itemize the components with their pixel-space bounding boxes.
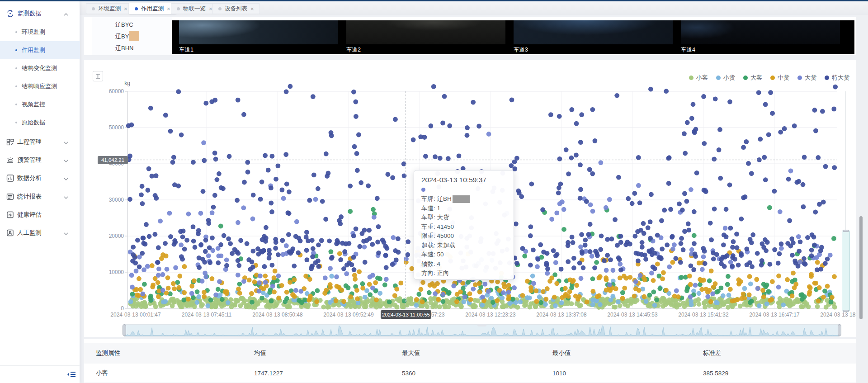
vehicle-plate: 辽BYC [115, 21, 133, 29]
lane-label: 车道2 [346, 46, 361, 54]
y-axis-label: 30000 [84, 197, 124, 203]
axis-pointer-badge: 2024-03-13 11:00:55 [381, 310, 431, 319]
datazoom-right-handle[interactable] [838, 324, 841, 336]
sidebar-item-structure-change-monitor[interactable]: 结构变化监测 [0, 59, 80, 77]
sidebar-item-structure-response-monitor[interactable]: 结构响应监测 [0, 77, 80, 95]
lane-1-video[interactable] [179, 20, 338, 44]
lane-label: 车道1 [179, 46, 193, 54]
legend-dot-icon [716, 76, 721, 80]
close-icon[interactable]: × [124, 6, 127, 12]
tooltip-row: 车牌辽BH [421, 194, 506, 204]
tab-status-dot [218, 7, 222, 10]
legend-item[interactable]: 特大货 [825, 74, 849, 82]
datazoom-left-handle[interactable] [123, 324, 126, 336]
sidebar-item-action-monitor[interactable]: 作用监测 [0, 41, 80, 59]
datazoom-horizontal-slider[interactable] [124, 324, 840, 337]
tab-label: 物联一览 [183, 5, 206, 13]
bullet-icon [15, 104, 17, 105]
chevron-down-icon [64, 174, 68, 182]
x-axis-label: 2024-03-13 13:37:08 [536, 312, 586, 318]
toolbox-icon[interactable] [93, 71, 103, 81]
x-axis-label: 2024-03-13 16:47:17 [749, 312, 799, 318]
vehicle-list-item[interactable]: 辽BHN [92, 43, 172, 54]
data-analysis-icon [6, 175, 14, 182]
monitor-data-icon [6, 10, 14, 18]
table-cell: 小客 [96, 369, 108, 377]
column-header: 最小值 [552, 349, 571, 357]
tooltip-row: 车型大货 [421, 213, 506, 222]
close-icon[interactable]: × [250, 6, 254, 12]
sidebar-item-raw-data[interactable]: 原始数据 [0, 113, 80, 132]
close-icon[interactable]: × [167, 6, 170, 12]
lane-3-video[interactable] [514, 20, 673, 44]
legend-item[interactable]: 大客 [743, 74, 762, 82]
sidebar-section-alert-management[interactable]: 预警管理 [0, 151, 80, 169]
tab-label: 环境监测 [98, 5, 121, 13]
legend-item[interactable]: 中货 [770, 74, 789, 82]
sidebar-section-label: 监测数据 [17, 9, 42, 18]
tab-iot-overview[interactable]: 物联一览 × [171, 3, 218, 14]
sidebar-section-label: 工程管理 [17, 138, 42, 146]
bullet-icon [15, 85, 17, 87]
sidebar-item-environment-monitor[interactable]: 环境监测 [0, 23, 80, 41]
legend-item[interactable]: 大货 [797, 74, 816, 82]
sidebar-item-video-monitor[interactable]: 视频监控 [0, 95, 80, 113]
table-cell: 5360 [402, 370, 415, 377]
table-cell: 1010 [552, 370, 566, 377]
chevron-down-icon [64, 193, 68, 201]
x-axis-label: 2024-03-13 12:23:23 [465, 312, 515, 318]
column-header: 最大值 [402, 349, 420, 357]
sidebar-section-monitor-data[interactable]: 监测数据 [0, 5, 80, 23]
vehicle-list-panel: 辽BYC 辽BYC 辽BHN [92, 17, 172, 55]
legend-dot-icon [770, 76, 775, 80]
y-axis-label: 20000 [84, 233, 124, 239]
sidebar-section-label: 统计报表 [17, 193, 42, 201]
scrollbar-thumb[interactable] [859, 216, 863, 319]
tab-action-monitor[interactable]: 作用监测 × [129, 3, 176, 14]
datazoom-top-handle[interactable] [843, 230, 849, 232]
series-dot-icon [421, 188, 425, 192]
legend-item[interactable]: 小货 [716, 74, 735, 82]
tab-bar: 环境监测 × 作用监测 × 物联一览 × 设备列表 × [80, 1, 868, 15]
table-header-row: 监测属性 均值 最大值 最小值 标准差 [84, 343, 856, 364]
sidebar-section-project-management[interactable]: 工程管理 [0, 133, 80, 151]
legend-dot-icon [689, 76, 693, 80]
datazoom-grip[interactable] [477, 324, 486, 326]
tab-device-list[interactable]: 设备列表 × [212, 3, 260, 14]
chart-legend: 小客 小货 大客 中货 大货 特大货 [689, 74, 849, 82]
x-axis-label: 2024-03-13 09:52:49 [323, 312, 373, 318]
sidebar-section-statistics-report[interactable]: 统计报表 [0, 188, 80, 206]
tooltip-row: 轴数4 [421, 260, 506, 269]
datazoom-bottom-handle[interactable] [843, 310, 849, 312]
legend-item[interactable]: 小客 [689, 74, 708, 82]
chevron-down-icon [64, 229, 68, 237]
x-axis-label: 2024-03-13 15:41:32 [678, 312, 728, 318]
menu-collapse-icon[interactable] [67, 370, 76, 378]
scrollbar-gutter [856, 15, 868, 383]
table-cell: 385.5829 [703, 370, 728, 377]
sidebar-item-label: 作用监测 [22, 46, 45, 54]
bullet-icon [15, 67, 17, 69]
top-accent-bar [0, 0, 868, 1]
vehicle-list-item[interactable]: 辽BYC [92, 31, 172, 43]
y-axis-label: 50000 [84, 124, 124, 131]
tooltip-timestamp: 2024-03-13 10:59:37 [421, 176, 506, 184]
tooltip-row: 车道1 [421, 204, 506, 213]
redaction-box [453, 195, 470, 203]
sidebar-item-label: 环境监测 [22, 28, 45, 36]
tab-environment-monitor[interactable]: 环境监测 × [86, 3, 133, 14]
chevron-down-icon [64, 138, 68, 146]
sidebar-section-manual-monitoring[interactable]: 人工监测 [0, 224, 80, 242]
lane-4-video[interactable] [681, 20, 840, 44]
sidebar-section-data-analysis[interactable]: 数据分析 [0, 169, 80, 187]
tooltip-row: 车速50 [421, 250, 506, 260]
sidebar-section-label: 预警管理 [17, 156, 42, 164]
lane-2-video[interactable] [346, 20, 505, 44]
sidebar: 监测数据 环境监测 作用监测 结构变化监测 结构响应监测 视频监控 原始数据 [0, 1, 80, 383]
tab-label: 作用监测 [141, 5, 164, 13]
datazoom-vertical-slider[interactable] [842, 231, 850, 311]
health-assessment-icon [6, 211, 14, 219]
vehicle-list-item[interactable]: 辽BYC [92, 19, 172, 31]
close-icon[interactable]: × [209, 6, 212, 12]
sidebar-section-health-assessment[interactable]: 健康评估 [0, 206, 80, 224]
